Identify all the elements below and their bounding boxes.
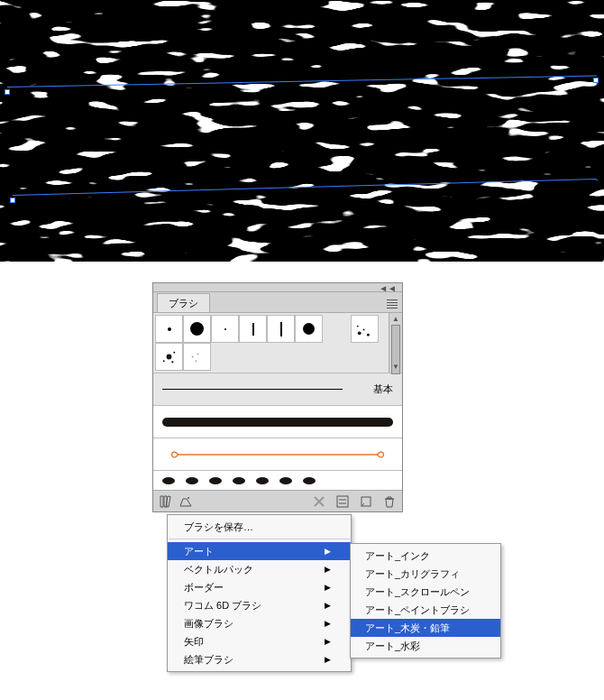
brush-swatch-dot-small[interactable]: [155, 315, 183, 343]
submenu-arrow-icon: ▶: [325, 583, 331, 592]
menu-art[interactable]: アート▶: [168, 542, 351, 560]
menu-separator: [169, 539, 350, 539]
delete-brush-icon[interactable]: [382, 494, 397, 509]
stroke-basic[interactable]: 基本: [153, 373, 402, 405]
panel-collapse-bar[interactable]: ◄◄: [153, 283, 402, 292]
stroke-charcoal[interactable]: [153, 405, 402, 438]
menu-paintbrush-label: 絵筆ブラシ: [184, 653, 233, 667]
tab-brushes[interactable]: ブラシ: [157, 293, 210, 312]
submenu-art-charcoal-pencil-label: アート_木炭・鉛筆: [365, 622, 450, 635]
submenu-art-ink[interactable]: アート_インク: [351, 547, 500, 565]
svg-point-10: [197, 354, 199, 355]
brush-swatch-disc[interactable]: [295, 315, 323, 343]
selection-handle-2a[interactable]: [10, 198, 15, 203]
menu-arrow-label: 矢印: [184, 635, 204, 649]
submenu-art-calligraphy[interactable]: アート_カリグラフィ: [351, 565, 500, 583]
remove-stroke-icon[interactable]: [312, 494, 326, 509]
submenu-arrow-icon: ▶: [325, 547, 331, 556]
menu-border[interactable]: ボーダー▶: [168, 578, 351, 596]
selection-handle-1a[interactable]: [5, 89, 10, 95]
svg-point-1: [358, 331, 361, 335]
menu-arrow[interactable]: 矢印▶: [168, 632, 351, 650]
svg-point-6: [163, 360, 165, 362]
svg-point-5: [167, 355, 172, 360]
brush-swatch-dot-tiny[interactable]: [211, 315, 239, 343]
brush-swatch-dot-large[interactable]: [183, 315, 211, 343]
submenu-arrow-icon: ▶: [325, 655, 331, 664]
brush-swatches: [153, 313, 389, 373]
menu-save-brushes[interactable]: ブラシを保存…: [168, 518, 351, 536]
submenu-arrow-icon: ▶: [325, 565, 331, 574]
svg-rect-13: [337, 496, 348, 507]
submenu-art-charcoal-pencil[interactable]: アート_木炭・鉛筆: [351, 619, 500, 637]
menu-vector-pack[interactable]: ベクトルパック▶: [168, 560, 351, 578]
menu-save-brushes-label: ブラシを保存…: [184, 520, 253, 534]
ornament-stroke-icon: [162, 446, 393, 464]
basic-stroke-label: 基本: [373, 382, 393, 396]
menu-art-label: アート: [184, 545, 214, 558]
submenu-art-scrollpen-label: アート_スクロールペン: [365, 585, 470, 599]
submenu-art-ink-label: アート_インク: [365, 549, 430, 563]
scroll-down-icon[interactable]: ▼: [389, 361, 402, 373]
brush-swatch-splatter-2[interactable]: [155, 343, 183, 371]
canvas[interactable]: [0, 0, 604, 262]
brush-swatch-splatter-1[interactable]: [351, 315, 379, 343]
menu-border-label: ボーダー: [184, 581, 224, 594]
stroke-options-icon[interactable]: [335, 494, 350, 509]
submenu-art-watercolor-label: アート_水彩: [365, 640, 420, 653]
svg-point-12: [188, 497, 189, 499]
menu-image-brush-label: 画像ブラシ: [184, 617, 233, 631]
new-brush-icon[interactable]: [359, 494, 373, 509]
panel-footer: [153, 490, 402, 511]
brush-swatch-stroke-2[interactable]: [267, 315, 295, 343]
selection-handle-1b[interactable]: [593, 78, 599, 83]
submenu-art-scrollpen[interactable]: アート_スクロールペン: [351, 583, 500, 601]
panel-scrollbar[interactable]: ▲ ▼: [389, 313, 402, 373]
scroll-up-icon[interactable]: ▲: [389, 313, 402, 325]
submenu-arrow-icon: ▶: [325, 619, 331, 628]
submenu-arrow-icon: ▶: [325, 601, 331, 610]
svg-point-3: [367, 334, 370, 336]
brush-library-menu: ブラシを保存… アート▶ ベクトルパック▶ ボーダー▶ ワコム 6D ブラシ▶ …: [167, 514, 352, 672]
svg-point-11: [196, 360, 197, 362]
submenu-art-calligraphy-label: アート_カリグラフィ: [365, 567, 460, 581]
brush-libraries-icon[interactable]: [159, 494, 173, 509]
submenu-art-watercolor[interactable]: アート_水彩: [351, 637, 500, 655]
stroke-previews: 基本: [153, 373, 402, 490]
brush-swatch-splatter-3[interactable]: [183, 343, 211, 371]
submenu-art-paintbrush-label: アート_ペイントブラシ: [365, 603, 470, 617]
menu-wacom-6d[interactable]: ワコム 6D ブラシ▶: [168, 596, 351, 614]
menu-paintbrush[interactable]: 絵筆ブラシ▶: [168, 650, 351, 668]
art-submenu: アート_インク アート_カリグラフィ アート_スクロールペン アート_ペイントブ…: [350, 543, 501, 659]
submenu-art-paintbrush[interactable]: アート_ペイントブラシ: [351, 601, 500, 619]
stroke-dots[interactable]: [153, 470, 402, 490]
menu-wacom-6d-label: ワコム 6D ブラシ: [184, 599, 261, 612]
svg-point-8: [171, 361, 173, 363]
texture-graphic: [0, 0, 604, 262]
brushes-panel: ◄◄ ブラシ ▲ ▼: [152, 282, 403, 512]
svg-point-7: [173, 352, 175, 354]
panel-body: ▲ ▼ 基本: [153, 312, 402, 511]
menu-vector-pack-label: ベクトルパック: [184, 563, 253, 576]
stroke-ornament[interactable]: [153, 438, 402, 470]
svg-point-2: [363, 329, 365, 331]
panel-tabs: ブラシ: [153, 292, 402, 312]
submenu-arrow-icon: ▶: [325, 637, 331, 646]
brush-swatch-stroke-1[interactable]: [239, 315, 267, 343]
svg-point-4: [357, 326, 359, 327]
svg-point-9: [192, 356, 194, 358]
menu-image-brush[interactable]: 画像ブラシ▶: [168, 614, 351, 632]
svg-rect-0: [0, 0, 604, 262]
library-menu-icon[interactable]: [178, 494, 193, 509]
panel-flyout-menu-button[interactable]: [382, 296, 402, 312]
